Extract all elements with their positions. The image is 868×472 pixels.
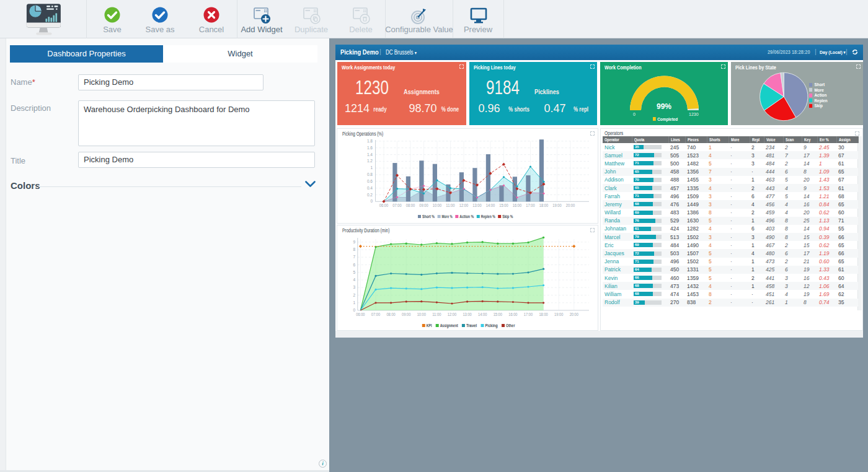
svg-text:12:00: 12:00 [448, 312, 457, 317]
svg-text:Travel: Travel [466, 323, 477, 328]
svg-text:16:00: 16:00 [513, 203, 522, 208]
svg-text:11:00: 11:00 [446, 203, 455, 208]
svg-text:14:00: 14:00 [486, 203, 495, 208]
svg-text:19:00: 19:00 [554, 312, 564, 317]
svg-text:18:00: 18:00 [539, 312, 548, 317]
svg-text:1.6: 1.6 [367, 146, 373, 150]
svg-text:13:00: 13:00 [463, 312, 472, 317]
svg-text:0.8: 0.8 [367, 172, 373, 177]
svg-text:0.2: 0.2 [367, 193, 373, 197]
svg-text:08:00: 08:00 [386, 312, 396, 317]
svg-text:19:00: 19:00 [552, 203, 562, 208]
svg-text:13:00: 13:00 [472, 203, 482, 208]
svg-text:18:00: 18:00 [539, 203, 549, 208]
svg-text:15:00: 15:00 [494, 312, 503, 317]
svg-text:Skip %: Skip % [502, 214, 513, 219]
svg-text:09:00: 09:00 [402, 312, 411, 317]
svg-text:15:00: 15:00 [499, 203, 508, 208]
svg-text:20:00: 20:00 [566, 203, 575, 208]
svg-text:0.6: 0.6 [367, 179, 373, 183]
svg-text:06:00: 06:00 [379, 203, 389, 208]
svg-text:2: 2 [353, 293, 355, 297]
svg-text:0: 0 [353, 308, 355, 312]
svg-text:Replen %: Replen % [481, 214, 495, 219]
svg-text:06:00: 06:00 [356, 312, 365, 317]
svg-text:09:00: 09:00 [419, 203, 428, 208]
svg-text:10:00: 10:00 [417, 312, 427, 317]
svg-text:Other: Other [506, 323, 515, 328]
svg-text:17:00: 17:00 [524, 312, 533, 317]
svg-text:9: 9 [353, 240, 355, 244]
svg-text:0: 0 [370, 199, 373, 203]
svg-text:More %: More % [442, 214, 453, 219]
svg-text:5: 5 [353, 270, 355, 274]
svg-text:Short %: Short % [422, 214, 435, 219]
svg-text:3: 3 [353, 285, 355, 289]
svg-text:Picking: Picking [485, 323, 498, 328]
svg-text:4: 4 [353, 278, 355, 282]
svg-text:1.2: 1.2 [367, 159, 373, 163]
svg-text:7: 7 [353, 255, 355, 259]
svg-text:16:00: 16:00 [508, 312, 518, 317]
svg-text:1.4: 1.4 [367, 152, 373, 157]
svg-text:0.4: 0.4 [367, 186, 373, 190]
svg-text:17:00: 17:00 [526, 203, 535, 208]
svg-text:6: 6 [353, 263, 355, 267]
svg-text:Action %: Action % [459, 214, 474, 219]
svg-text:1: 1 [370, 165, 373, 170]
svg-text:KPI: KPI [427, 323, 432, 328]
svg-text:8: 8 [353, 247, 355, 251]
svg-text:10:00: 10:00 [433, 203, 442, 208]
svg-text:14:00: 14:00 [478, 312, 487, 317]
svg-text:20:00: 20:00 [570, 312, 579, 317]
svg-text:11:00: 11:00 [432, 312, 441, 317]
svg-text:Assignment: Assignment [440, 323, 458, 328]
svg-text:07:00: 07:00 [392, 203, 402, 208]
svg-text:12:00: 12:00 [459, 203, 469, 208]
svg-text:1: 1 [353, 300, 355, 305]
svg-text:08:00: 08:00 [406, 203, 415, 208]
svg-text:07:00: 07:00 [371, 312, 381, 317]
svg-text:1.8: 1.8 [367, 139, 373, 143]
